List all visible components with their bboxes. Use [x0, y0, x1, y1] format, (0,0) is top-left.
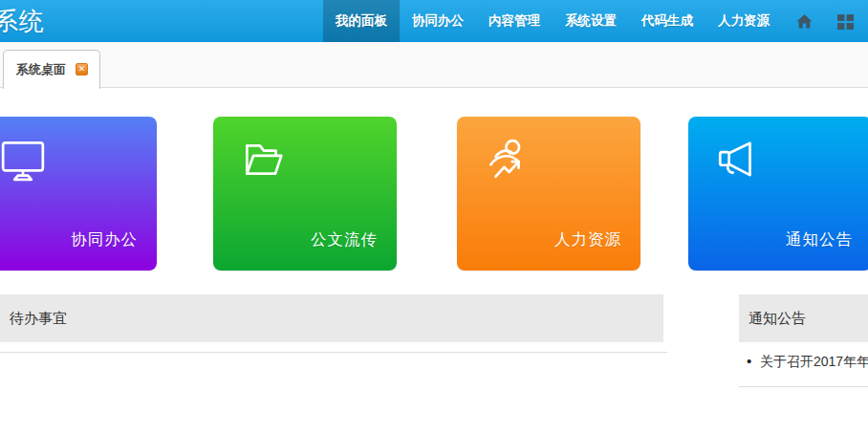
megaphone-icon: [714, 136, 762, 184]
notice-panel-header: 通知公告: [739, 294, 868, 342]
monitor-icon: [0, 136, 47, 184]
notice-list: 关于召开2017年年: [739, 344, 868, 380]
nav-item-my-dashboard[interactable]: 我的面板: [323, 0, 400, 42]
tile-label: 协同办公: [71, 229, 138, 250]
tile-human-resources[interactable]: 人力资源: [457, 117, 640, 271]
home-icon[interactable]: [788, 0, 821, 42]
nav-item-collaborative-office[interactable]: 协同办公: [400, 0, 476, 42]
tile-collaborative-office[interactable]: 协同办公: [0, 117, 157, 271]
open-folder-icon: [239, 136, 287, 184]
nav-item-content-management[interactable]: 内容管理: [476, 0, 553, 42]
top-navbar: 系统 我的面板 协同办公 内容管理 系统设置 代码生成 人力资源: [0, 0, 868, 42]
tab-label: 系统桌面: [16, 61, 66, 78]
app-title: 系统: [0, 5, 45, 38]
tile-label: 人力资源: [554, 229, 621, 250]
tile-label: 公文流传: [311, 229, 378, 250]
todo-panel-header: 待办事宜: [0, 294, 663, 342]
todo-panel-divider: [0, 352, 667, 353]
tab-bar: 系统桌面 ✕: [0, 42, 868, 88]
nav-item-code-generation[interactable]: 代码生成: [629, 0, 705, 42]
notice-item-divider: [739, 386, 868, 387]
notice-item[interactable]: 关于召开2017年年: [739, 344, 868, 380]
main-nav: 我的面板 协同办公 内容管理 系统设置 代码生成 人力资源: [323, 0, 862, 42]
page: 系统 我的面板 协同办公 内容管理 系统设置 代码生成 人力资源 系统桌面 ✕: [0, 0, 868, 434]
close-icon[interactable]: ✕: [76, 63, 88, 76]
nav-item-human-resources[interactable]: 人力资源: [705, 0, 782, 42]
tab-system-desktop[interactable]: 系统桌面 ✕: [3, 50, 100, 89]
tile-notices[interactable]: 通知公告: [688, 117, 868, 271]
nav-item-system-settings[interactable]: 系统设置: [553, 0, 629, 42]
grid-icon[interactable]: [829, 0, 862, 42]
tile-label: 通知公告: [786, 229, 853, 250]
person-arrow-icon: [483, 136, 531, 184]
tile-document-flow[interactable]: 公文流传: [213, 117, 397, 271]
